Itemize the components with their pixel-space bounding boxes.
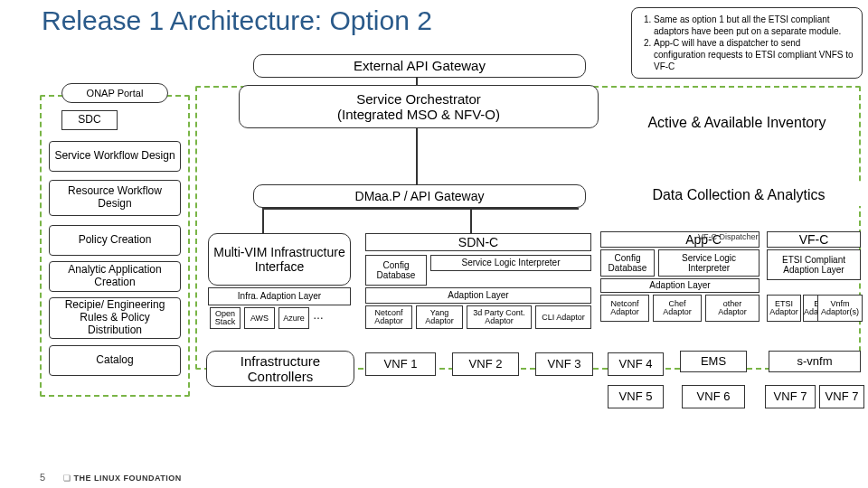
sdnc-sli: Service Logic Interpreter <box>430 255 591 271</box>
etsi-adaptor: ETSI Adaptor <box>767 295 801 322</box>
thirdparty-adaptor: 3d Party Cont. Adaptor <box>467 305 532 329</box>
page-number: 5 <box>40 472 45 483</box>
vfc-dispatcher-label: VF-C Dispatcher <box>698 233 759 240</box>
notes-callout: Same as option 1 but all the ETSI compli… <box>631 7 863 79</box>
other-adaptor: other Adaptor <box>705 295 760 322</box>
ems-box: EMS <box>680 351 747 372</box>
vnf-5: VNF 5 <box>608 385 664 408</box>
sdc-box: SDC <box>61 110 118 130</box>
chef-adaptor: Chef Adaptor <box>653 295 702 322</box>
sdnc-box: SDN-C <box>365 233 591 251</box>
aai-label: Active & Available Inventory <box>617 112 857 134</box>
dmaap-gateway: DMaa.P / API Gateway <box>253 184 586 208</box>
dca-label: Data Collection & Analytics <box>617 184 861 206</box>
ellipsis-icon: … <box>313 309 324 322</box>
note-2: App-C will have a dispatcher to send con… <box>654 37 854 72</box>
vnf-4: VNF 4 <box>608 352 664 376</box>
appc-netconf-adaptor: Netconf Adaptor <box>600 295 649 322</box>
cli-adaptor: CLI Adaptor <box>535 305 591 329</box>
appc-config-db: Config Database <box>600 249 655 277</box>
connector-line <box>416 78 418 85</box>
vnf-1: VNF 1 <box>365 352 436 376</box>
connector-line <box>416 128 418 184</box>
infra-adaption-layer: Infra. Adaption Layer <box>208 287 351 305</box>
sidebar-item-swd: Service Workflow Design <box>49 141 181 172</box>
sidebar-item-rwd: Resource Workflow Design <box>49 180 181 216</box>
connector-line <box>262 208 579 210</box>
aws-box: AWS <box>244 307 275 329</box>
sidebar-item-recipe: Recipie/ Engineering Rules & Policy Dist… <box>49 297 181 339</box>
footer-logo: ❏ THE LINUX FOUNDATION <box>63 474 182 483</box>
vnf-7: VNF 7 <box>765 385 816 408</box>
yang-adaptor: Yang Adaptor <box>416 305 463 329</box>
service-orchestrator: Service Orchestrator (Integrated MSO & N… <box>239 85 599 128</box>
appc-sli: Service Logic Interpreter <box>658 249 760 277</box>
svnfm-box: s-vnfm <box>769 351 861 372</box>
vnfm-adaptor: Vnfm Adaptor(s) <box>817 295 863 322</box>
etsi-adaption-layer: ETSI Compliant Adaption Layer <box>767 249 861 280</box>
sdnc-config-db: Config Database <box>365 255 427 286</box>
vnf-3: VNF 3 <box>535 352 593 376</box>
openstack-box: Open Stack <box>210 307 241 329</box>
sdnc-adaption-layer: Adaption Layer <box>365 287 591 304</box>
vnf-7b: VNF 7 <box>819 385 864 408</box>
onap-portal-box: ONAP Portal <box>61 83 168 103</box>
note-1: Same as option 1 but all the ETSI compli… <box>654 14 854 37</box>
azure-box: Azure <box>278 307 309 329</box>
external-api-gateway: External API Gateway <box>253 54 586 78</box>
sidebar-item-analytic: Analytic Application Creation <box>49 261 181 292</box>
netconf-adaptor: Netconf Adaptor <box>365 305 412 329</box>
vnf-2: VNF 2 <box>452 352 519 376</box>
connector-line <box>470 208 472 233</box>
connector-line <box>262 208 264 233</box>
sidebar-item-catalog: Catalog <box>49 345 181 376</box>
vnf-6: VNF 6 <box>682 385 745 408</box>
infrastructure-controllers: Infrastructure Controllers <box>206 351 354 387</box>
vfc-box: VF-C <box>767 231 861 248</box>
slide-title: Release 1 Architecture: Option 2 <box>42 5 432 36</box>
multi-vim-interface: Multi-VIM Infrastructure Interface <box>208 233 351 286</box>
sidebar-item-policy: Policy Creation <box>49 225 181 256</box>
appc-adaption-layer: Adaption Layer <box>600 278 760 293</box>
